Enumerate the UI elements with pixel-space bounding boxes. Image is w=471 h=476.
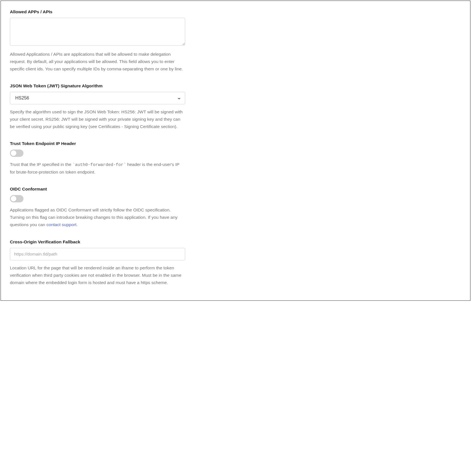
trust-token-ip-label: Trust Token Endpoint IP Header	[10, 141, 185, 146]
allowed-apps-label: Allowed APPs / APIs	[10, 9, 185, 14]
form-column: Allowed APPs / APIs Allowed Applications…	[10, 9, 185, 286]
field-trust-token-ip: Trust Token Endpoint IP Header Trust tha…	[10, 141, 185, 176]
oidc-conformant-label: OIDC Conformant	[10, 187, 185, 192]
jwt-algorithm-label: JSON Web Token (JWT) Signature Algorithm	[10, 83, 185, 88]
field-allowed-apps: Allowed APPs / APIs Allowed Applications…	[10, 9, 185, 73]
jwt-algorithm-selected-value: HS256	[15, 96, 29, 101]
allowed-apps-help: Allowed Applications / APIs are applicat…	[10, 51, 185, 73]
field-oidc-conformant: OIDC Conformant Applications flagged as …	[10, 187, 185, 228]
settings-panel: Allowed APPs / APIs Allowed Applications…	[1, 1, 470, 301]
trust-token-ip-help: Trust that the IP specified in the `auth…	[10, 161, 185, 176]
oidc-conformant-toggle[interactable]	[10, 195, 23, 202]
forwarded-for-code: `auth0-forwarded-for`	[72, 163, 126, 167]
oidc-conformant-help: Applications flagged as OIDC Conformant …	[10, 206, 185, 228]
allowed-apps-input[interactable]	[10, 18, 185, 46]
toggle-knob-icon	[11, 150, 16, 156]
trust-token-ip-toggle[interactable]	[10, 150, 23, 157]
cross-origin-fallback-label: Cross-Origin Verification Fallback	[10, 239, 185, 245]
field-cross-origin-fallback: Cross-Origin Verification Fallback Locat…	[10, 239, 185, 286]
jwt-algorithm-select-wrapper: HS256	[10, 92, 185, 104]
cross-origin-fallback-input[interactable]	[10, 248, 185, 260]
jwt-algorithm-help: Specify the algorithm used to sign the J…	[10, 108, 185, 130]
toggle-knob-icon	[11, 196, 16, 202]
cross-origin-fallback-help: Location URL for the page that will be r…	[10, 264, 185, 286]
jwt-algorithm-select[interactable]: HS256	[10, 92, 185, 104]
contact-support-link[interactable]: contact support	[46, 222, 76, 227]
field-jwt-algorithm: JSON Web Token (JWT) Signature Algorithm…	[10, 83, 185, 130]
